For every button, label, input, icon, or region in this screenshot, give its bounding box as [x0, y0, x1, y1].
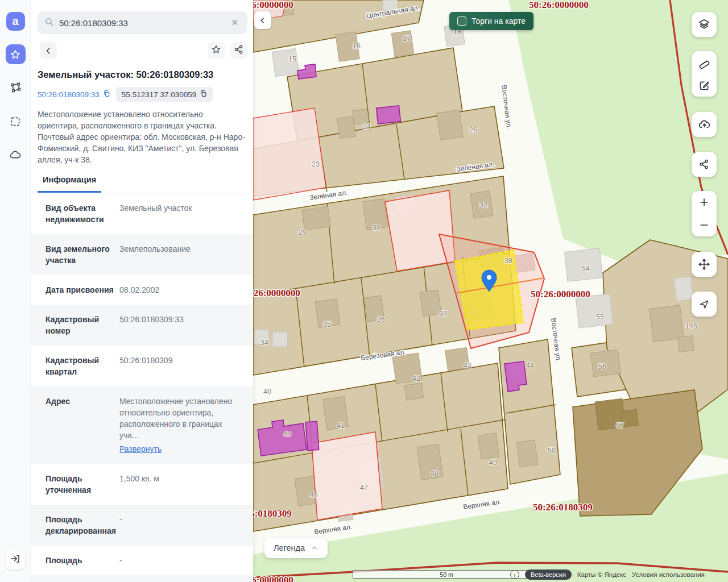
parcel-number-label: 24	[363, 123, 371, 131]
parcel-number-label: 42	[412, 375, 420, 383]
upload-button[interactable]	[692, 112, 717, 137]
parcel-number-label: 50	[548, 447, 556, 455]
sidebar-item-favorites[interactable]	[6, 44, 26, 64]
clear-search-icon[interactable]: ✕	[229, 16, 241, 29]
parcel-number-label: 55	[596, 313, 604, 321]
info-row-label: Вид объекта недвижимости	[46, 202, 115, 225]
info-icon[interactable]: i	[510, 570, 519, 579]
sign-in-icon	[10, 554, 20, 566]
star-icon	[10, 49, 21, 60]
share-button[interactable]	[230, 42, 247, 59]
copy-icon[interactable]	[200, 90, 207, 99]
zoom-group	[692, 191, 717, 236]
parcel-number-label: 48	[431, 469, 439, 477]
info-row: АдресМестоположение установлено относите…	[31, 386, 253, 464]
sign-in-button[interactable]	[6, 550, 25, 569]
beta-badge: Beta-версия	[525, 569, 572, 580]
parcel-number-label: 38	[504, 257, 512, 265]
auction-toggle-label: Торги на карте	[471, 16, 526, 26]
cadastral-quarter-label: 50:26:0000000	[531, 289, 590, 300]
legend-button[interactable]: Легенда	[264, 538, 328, 558]
info-row: СтатусРанее учтенный	[31, 575, 253, 582]
share-icon	[692, 153, 717, 176]
parcel-number-label: 47	[360, 484, 368, 492]
sidebar-item-cloud[interactable]	[6, 145, 26, 165]
sidebar-item-polygon-tool[interactable]	[6, 78, 26, 98]
page-title: Земельный участок: 50:26:0180309:33	[38, 69, 247, 80]
checkbox-icon[interactable]	[457, 16, 466, 26]
legend-label: Легенда	[274, 543, 305, 552]
icon-rail: a	[0, 0, 31, 582]
cadastral-quarter-label: 50:26:0000000	[253, 0, 293, 10]
parcel-number-label: 17	[403, 35, 411, 43]
parcel-number-label: 23	[312, 160, 320, 168]
info-row: Площадь-	[31, 546, 253, 575]
parcel-number-label: 49	[489, 459, 497, 467]
parcel-number-label: 37	[440, 310, 448, 318]
layers-button[interactable]	[692, 12, 717, 37]
favorite-button[interactable]	[208, 42, 225, 59]
object-description: Местоположение установлено относительно …	[38, 109, 246, 165]
info-row-label: Площадь уточненная	[46, 473, 115, 496]
parcel-number-label: 57	[616, 422, 624, 430]
info-row: Площадь уточненная1,500 кв. м	[31, 464, 253, 505]
terms-link[interactable]: Условия использования	[632, 571, 705, 578]
pan-button[interactable]	[692, 252, 717, 277]
parcel-number-label: 29	[299, 228, 307, 236]
sidebar-item-select-area[interactable]	[6, 111, 26, 131]
info-row-label: Кадастровый номер	[46, 314, 115, 336]
pan-icon	[692, 253, 717, 276]
tabs: Информация	[31, 174, 253, 193]
info-row: Вид объекта недвижимостиЗемельный участо…	[31, 193, 253, 234]
info-row: Кадастровый квартал50:26:0180309	[31, 346, 253, 386]
info-row-value: 08.02.2002	[119, 284, 242, 296]
info-row: Кадастровый номер50:26:0180309:33	[31, 305, 253, 346]
auction-toggle[interactable]: Торги на карте	[449, 12, 533, 30]
parcel-number-label: 40	[283, 430, 291, 438]
parcel-number-label: 41	[337, 422, 345, 430]
info-row-value: -	[119, 514, 242, 537]
expand-link[interactable]: Развернуть	[119, 443, 162, 455]
app-window: a	[0, 0, 728, 582]
cloud-icon	[9, 149, 22, 161]
info-row-value: Местоположение установлено относительно …	[119, 396, 242, 455]
zoom-out-button[interactable]	[692, 214, 717, 236]
info-row-value: 50:26:0180309	[119, 355, 242, 377]
chevron-up-icon	[311, 544, 318, 552]
share-icon	[234, 44, 244, 57]
parcel-number-label: 36	[377, 315, 385, 323]
zoom-in-button[interactable]	[692, 191, 717, 214]
cadastral-quarter-label: 50:26:0000000	[253, 288, 300, 298]
info-panel: ✕ Земельный участок: 50:26:0180309:33 50…	[31, 0, 253, 582]
parcel-number-label: 35	[323, 321, 331, 329]
identifier-chips: 50:26:0180309:33 55.512317 37.030059	[38, 87, 247, 102]
cloud-upload-icon	[692, 113, 717, 136]
search-input[interactable]	[59, 18, 229, 28]
copy-icon[interactable]	[103, 90, 110, 99]
info-row: Вид земельного участкаЗемлепользование	[31, 234, 253, 275]
search-icon	[44, 17, 54, 29]
cadastral-number-chip[interactable]: 50:26:0180309:33	[38, 90, 110, 99]
search-bar[interactable]: ✕	[38, 11, 247, 34]
draw-button[interactable]	[692, 74, 717, 97]
info-row-value: 1,500 кв. м	[119, 473, 242, 496]
cadastral-quarter-label: 50:26:0000000	[253, 575, 293, 582]
parcel-number-label: 40	[263, 388, 271, 396]
ruler-button[interactable]	[692, 51, 717, 74]
map-attribution: i Beta-версия Карты © Яндекс Условия исп…	[510, 569, 705, 580]
map-back-button[interactable]	[254, 11, 271, 29]
app-logo-icon[interactable]: a	[6, 12, 25, 31]
cadastral-quarter-label: 50:26:0180309	[253, 508, 292, 519]
info-row-value: Земельный участок	[119, 202, 242, 225]
layers-icon	[692, 13, 717, 36]
coordinates-chip[interactable]: 55.512317 37.030059	[116, 87, 213, 102]
navigate-icon	[692, 293, 717, 315]
map-canvas[interactable]: обгоб	[253, 0, 728, 582]
tab-information[interactable]: Информация	[38, 175, 101, 193]
parcel-number-label: 32	[479, 201, 487, 209]
locate-button[interactable]	[692, 292, 717, 317]
info-row: Дата присвоения08.02.2002	[31, 275, 253, 305]
back-button[interactable]	[40, 42, 57, 59]
share-map-button[interactable]	[692, 152, 717, 177]
copyright-link[interactable]: Карты © Яндекс	[577, 571, 626, 578]
